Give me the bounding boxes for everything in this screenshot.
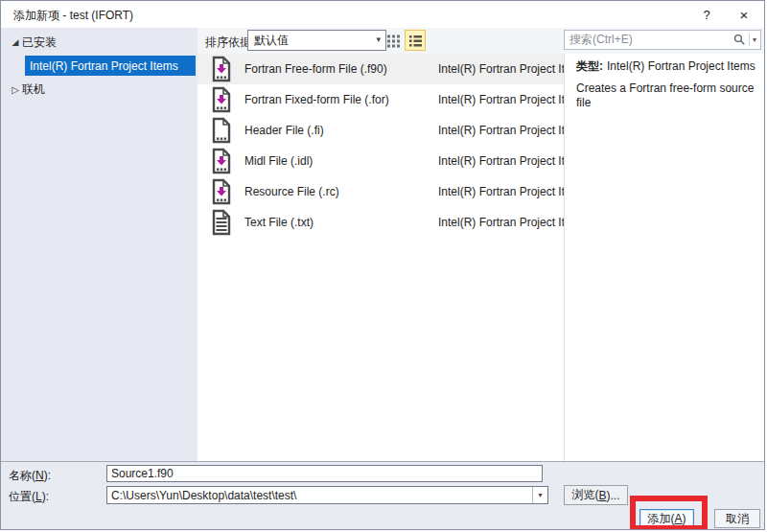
- add-new-item-dialog: 添加新项 - test (IFORT) ? × ◢ 已安装 Intel(R) F…: [0, 0, 765, 530]
- search-placeholder: 搜索(Ctrl+E): [565, 32, 733, 48]
- sort-by-dropdown[interactable]: 默认值 ▾: [247, 30, 386, 51]
- location-label: 位置(L):: [9, 489, 49, 505]
- sidebar-item-online[interactable]: ▷ 联机: [1, 79, 198, 100]
- template-name: Fortran Free-form File (.f90): [244, 62, 438, 76]
- sort-by-value: 默认值: [254, 33, 289, 49]
- small-icons-view-button[interactable]: [383, 30, 404, 51]
- fortran-file-icon: [210, 56, 233, 82]
- text-file-icon: [210, 209, 233, 236]
- location-value: C:\Users\Yun\Desktop\data\test\test\: [107, 489, 532, 502]
- online-label: 联机: [22, 81, 45, 98]
- template-name: Resource File (.rc): [244, 185, 438, 198]
- list-item[interactable]: Midl File (.idl) Intel(R) Fortran Projec…: [198, 146, 564, 176]
- sidebar-item-fortran-project-items[interactable]: Intel(R) Fortran Project Items: [25, 56, 196, 76]
- category-sidebar: ◢ 已安装 Intel(R) Fortran Project Items ▷ 联…: [1, 28, 198, 461]
- expander-collapsed-icon[interactable]: ▷: [9, 84, 22, 95]
- list-view-icon: [408, 34, 423, 48]
- template-category: Intel(R) Fortran Project Items: [438, 216, 564, 229]
- add-button[interactable]: 添加(A): [639, 509, 694, 528]
- list-item[interactable]: Fortran Free-form File (.f90) Intel(R) F…: [198, 54, 564, 84]
- type-value: Intel(R) Fortran Project Items: [607, 59, 755, 73]
- location-combobox[interactable]: C:\Users\Yun\Desktop\data\test\test\ ▾: [106, 486, 548, 504]
- resource-file-icon: [210, 178, 233, 205]
- template-name: Fortran Fixed-form File (.for): [244, 93, 438, 106]
- list-view-button[interactable]: [405, 30, 426, 51]
- template-category: Intel(R) Fortran Project Items: [438, 124, 564, 137]
- fortran-file-icon: [210, 86, 233, 113]
- template-category: Intel(R) Fortran Project Items: [438, 93, 564, 106]
- name-field[interactable]: [106, 465, 543, 482]
- footer-bar: 名称(N): 位置(L): C:\Users\Yun\Desktop\data\…: [1, 461, 765, 530]
- list-item[interactable]: Text File (.txt) Intel(R) Fortran Projec…: [198, 207, 564, 238]
- location-dropdown-button[interactable]: ▾: [532, 487, 547, 503]
- header-file-icon: [210, 117, 233, 144]
- template-category: Intel(R) Fortran Project Items: [438, 154, 564, 168]
- help-icon: ?: [703, 8, 709, 22]
- dialog-title: 添加新项 - test (IFORT): [13, 8, 133, 24]
- close-icon: ×: [740, 7, 749, 23]
- name-label: 名称(N):: [9, 468, 51, 484]
- template-description: Creates a Fortran free-form source file: [576, 81, 765, 110]
- close-button[interactable]: ×: [728, 1, 760, 28]
- list-item[interactable]: Fortran Fixed-form File (.for) Intel(R) …: [198, 84, 564, 115]
- list-item[interactable]: Resource File (.rc) Intel(R) Fortran Pro…: [198, 176, 564, 207]
- template-list: Fortran Free-form File (.f90) Intel(R) F…: [198, 54, 564, 461]
- list-item[interactable]: Header File (.fi) Intel(R) Fortran Proje…: [198, 115, 564, 146]
- fortran-project-items-label: Intel(R) Fortran Project Items: [30, 59, 178, 73]
- grid-view-icon: [386, 34, 401, 48]
- divider: [749, 34, 750, 46]
- browse-button[interactable]: 浏览(B)...: [564, 485, 628, 505]
- search-icon: [733, 34, 746, 46]
- template-name: Header File (.fi): [244, 124, 438, 137]
- template-category: Intel(R) Fortran Project Items: [438, 185, 564, 198]
- search-input[interactable]: 搜索(Ctrl+E) ▾: [564, 30, 761, 50]
- chevron-down-icon[interactable]: ▾: [753, 35, 756, 44]
- template-name: Text File (.txt): [244, 216, 438, 229]
- title-bar: 添加新项 - test (IFORT) ? ×: [1, 1, 765, 28]
- type-label: 类型:: [576, 59, 603, 73]
- sidebar-item-installed[interactable]: ◢ 已安装: [1, 32, 198, 53]
- chevron-down-icon: ▾: [376, 35, 381, 44]
- chevron-down-icon: ▾: [538, 491, 542, 499]
- template-details-pane: 类型:Intel(R) Fortran Project Items Create…: [565, 54, 765, 461]
- list-toolbar: 排序依据: 默认值 ▾ 搜索(Ct: [198, 28, 765, 54]
- midl-file-icon: [210, 148, 233, 174]
- template-category: Intel(R) Fortran Project Items: [438, 62, 564, 76]
- installed-label: 已安装: [22, 35, 57, 51]
- cancel-button[interactable]: 取消: [714, 509, 760, 528]
- expander-expanded-icon[interactable]: ◢: [9, 37, 22, 47]
- template-name: Midl File (.idl): [244, 154, 438, 168]
- help-button[interactable]: ?: [690, 1, 723, 28]
